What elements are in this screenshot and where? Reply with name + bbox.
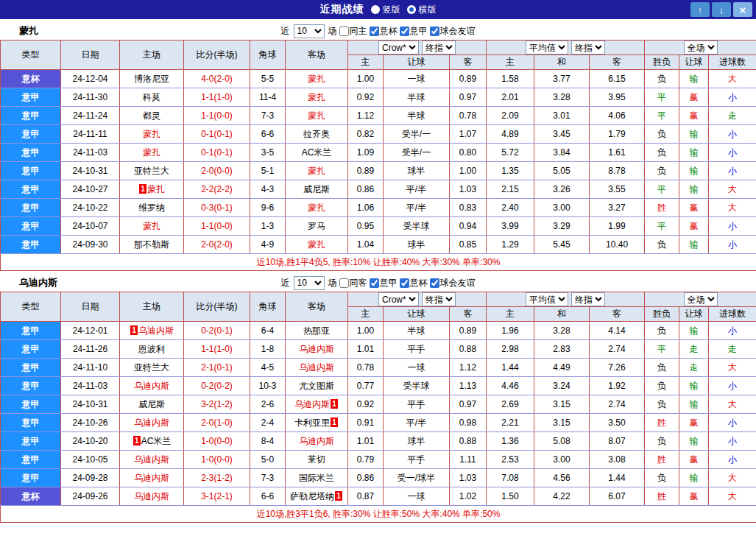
match-row: 意甲24-11-30科莫1-1(1-0)11-4蒙扎0.92半球0.972.01…: [1, 88, 756, 107]
avg-type-select[interactable]: 终指: [571, 40, 605, 54]
scroll-down-button[interactable]: ↓: [712, 2, 731, 17]
team-link: 乌迪内斯: [134, 381, 169, 391]
recent-label: 近: [281, 25, 290, 38]
layout-radio-horizontal[interactable]: 横版: [407, 4, 437, 16]
corner-cell: 8-4: [250, 432, 286, 451]
matches-label: 场: [328, 25, 337, 38]
scope-select[interactable]: 全场: [684, 292, 718, 306]
filter-controls: 近10场同客意甲意杯球会友谊: [281, 276, 476, 290]
match-row: 意甲24-10-271蒙扎2-2(2-2)4-3威尼斯0.86平/半1.032.…: [1, 180, 756, 199]
filter-checkbox-2[interactable]: 意甲: [400, 25, 428, 38]
match-row: 意甲24-09-30那不勒斯2-0(2-0)4-9蒙扎1.04球半0.851.2…: [1, 236, 756, 254]
result-cell: 胜: [645, 199, 679, 217]
summary-row: 近10场,胜3平1负6, 胜率:30% 让胜率:50% 大率:40% 单率:50…: [1, 506, 756, 523]
score-cell: 0-2(0-1): [184, 322, 250, 340]
result-cell: 负: [645, 162, 679, 180]
scroll-up-button[interactable]: ↑: [690, 2, 710, 17]
goals-cell: 大: [709, 199, 756, 217]
scope-select[interactable]: 全场: [684, 40, 718, 54]
filter-checkbox-3[interactable]: 球会友谊: [430, 277, 476, 289]
match-count-select[interactable]: 10: [294, 276, 325, 290]
away-team-cell: 罗马: [286, 217, 348, 236]
handicap-result-cell: 赢: [679, 451, 709, 469]
team-link: 蒙扎: [143, 129, 160, 139]
filter-checkbox-0[interactable]: 同主: [339, 25, 367, 38]
close-button[interactable]: ×: [733, 2, 752, 17]
match-row: 意杯24-09-26乌迪内斯3-1(2-1)6-6萨勒尼塔纳10.87一球1.0…: [1, 487, 756, 506]
score-cell: 2-0(1-0): [184, 414, 250, 432]
avg-away-cell: 6.07: [590, 487, 645, 506]
filter-checkbox-0[interactable]: 同客: [339, 277, 367, 289]
match-count-select[interactable]: 10: [294, 24, 325, 38]
away-team-cell: 威尼斯: [286, 180, 348, 199]
layout-radio-vertical[interactable]: 竖版: [371, 4, 400, 16]
odds-away-cell: 0.97: [450, 88, 487, 107]
filter-checkbox-3[interactable]: 球会友谊: [430, 25, 476, 38]
filter-checkbox-1[interactable]: 意甲: [370, 277, 398, 289]
team-link: 乌迪内斯: [294, 399, 330, 409]
company-select[interactable]: Crow*: [378, 40, 419, 54]
handicap-cell: 受半球: [384, 217, 450, 236]
filter-checkbox-input[interactable]: [370, 27, 379, 36]
date-cell: 24-10-27: [61, 180, 120, 199]
league-cell: 意甲: [1, 359, 61, 377]
result-cell: 负: [645, 70, 679, 88]
team-link: 蒙扎: [308, 74, 325, 84]
col-header: 让球: [384, 55, 450, 70]
filter-checkbox-label: 意甲: [410, 25, 428, 38]
league-cell: 意甲: [1, 88, 61, 107]
avg-draw-cell: 3.29: [534, 217, 590, 236]
company-select[interactable]: Crow*: [378, 292, 419, 306]
avg-method-select[interactable]: 平均值: [526, 40, 568, 54]
result-cell: 平: [645, 340, 679, 359]
league-cell: 意甲: [1, 199, 61, 217]
odds-home-cell: 0.86: [348, 180, 384, 199]
score-cell: 0-1(0-1): [184, 144, 250, 162]
score-cell: 4-0(2-0): [184, 70, 250, 88]
col-header: 类型: [1, 40, 61, 70]
filter-checkbox-label: 同主: [350, 25, 367, 38]
team-link: 维罗纳: [138, 202, 165, 213]
score-cell: 1-1(1-0): [184, 88, 250, 107]
avg-type-select[interactable]: 终指: [571, 292, 605, 306]
filter-checkbox-input[interactable]: [339, 278, 349, 288]
score-cell: 2-3(1-2): [184, 469, 250, 487]
home-team-cell: 博洛尼亚: [120, 70, 184, 88]
odds-away-cell: 0.97: [450, 395, 487, 414]
team-link: 亚特兰大: [134, 166, 169, 176]
radio-icon[interactable]: [371, 5, 380, 14]
filter-checkbox-input[interactable]: [339, 27, 349, 36]
away-team-cell: 乌迪内斯1: [286, 395, 348, 414]
titlebar-center: 近期战绩 竖版 横版: [320, 3, 437, 16]
league-cell: 意甲: [1, 162, 61, 180]
handicap-result-cell: 输: [679, 236, 709, 254]
home-team-cell: 蒙扎: [120, 144, 184, 162]
avg-method-select[interactable]: 平均值: [526, 292, 568, 306]
filter-checkbox-2[interactable]: 意杯: [400, 277, 428, 289]
filter-checkbox-1[interactable]: 意杯: [370, 25, 398, 38]
avg-home-cell: 2.01: [487, 88, 534, 107]
redcard-icon: 1: [331, 418, 338, 427]
filter-checkbox-input[interactable]: [430, 278, 439, 288]
odds-home-cell: 0.86: [348, 469, 384, 487]
col-header: 角球: [250, 40, 286, 70]
handicap-cell: 平手: [384, 340, 450, 359]
avg-home-cell: 5.72: [487, 144, 534, 162]
odds-home-cell: 0.87: [348, 487, 384, 506]
goals-cell: 小: [709, 432, 756, 451]
col-header: 让球: [679, 307, 709, 322]
radio-icon[interactable]: [407, 5, 416, 14]
result-cell: 负: [645, 125, 679, 144]
corner-cell: 5-5: [250, 70, 286, 88]
odds-home-cell: 0.92: [348, 88, 384, 107]
odds-type-select[interactable]: 终指: [422, 40, 456, 54]
filter-checkbox-input[interactable]: [400, 27, 409, 36]
col-header: 胜负: [645, 307, 679, 322]
filter-checkbox-input[interactable]: [370, 278, 379, 288]
filter-checkbox-input[interactable]: [400, 278, 409, 288]
handicap-result-cell: 赢: [679, 487, 709, 506]
filter-checkbox-input[interactable]: [430, 27, 439, 36]
avg-draw-cell: 5.45: [534, 236, 590, 254]
odds-type-select[interactable]: 终指: [422, 292, 456, 306]
corner-cell: 5-1: [250, 162, 286, 180]
